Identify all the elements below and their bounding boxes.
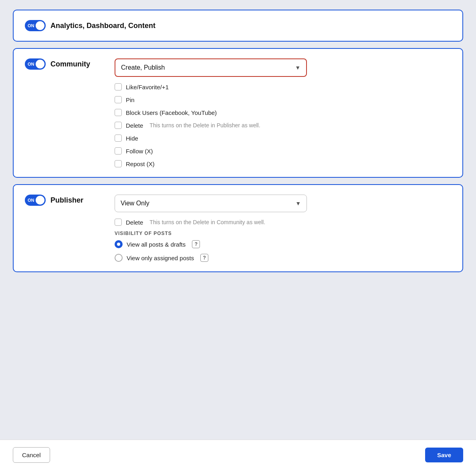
analytics-toggle-label: ON (28, 23, 34, 28)
publisher-delete-checkbox[interactable] (115, 219, 122, 226)
checkbox-item-repost: Repost (X) (115, 160, 451, 167)
checkbox-hide[interactable] (115, 135, 122, 142)
publisher-dropdown[interactable]: View Only ▼ (115, 195, 307, 212)
checkbox-follow[interactable] (115, 147, 122, 155)
analytics-card: ON Analytics, Dashboard, Content (13, 10, 463, 42)
radio-item-view-all: View all posts & drafts ? (115, 240, 451, 248)
community-checkbox-list: Like/Favorite/+1 Pin Block Users (Facebo… (115, 83, 451, 167)
checkbox-delete-label: Delete (126, 122, 143, 129)
save-button[interactable]: Save (425, 448, 463, 462)
checkbox-item-block: Block Users (Facebook, YouTube) (115, 109, 451, 116)
community-toggle[interactable]: ON (25, 58, 46, 70)
community-dropdown[interactable]: Create, Publish ▼ (115, 58, 307, 77)
publisher-radio-list: View all posts & drafts ? View only assi… (115, 240, 451, 262)
help-icon-view-assigned[interactable]: ? (200, 254, 208, 262)
checkbox-item-pin: Pin (115, 96, 451, 103)
checkbox-follow-label: Follow (X) (126, 148, 153, 155)
checkbox-delete-hint: This turns on the Delete in Publisher as… (149, 122, 260, 129)
radio-view-assigned[interactable] (115, 254, 123, 262)
checkbox-pin[interactable] (115, 96, 122, 103)
checkbox-like-label: Like/Favorite/+1 (126, 84, 169, 90)
radio-view-all[interactable] (115, 240, 123, 248)
publisher-title: Publisher (50, 196, 83, 205)
radio-item-view-assigned: View only assigned posts ? (115, 254, 451, 262)
checkbox-block-label: Block Users (Facebook, YouTube) (126, 109, 217, 116)
publisher-delete-hint: This turns on the Delete in Community as… (149, 219, 265, 225)
community-toggle-knob (36, 60, 44, 68)
checkbox-pin-label: Pin (126, 96, 135, 103)
publisher-delete-checkbox-item: Delete This turns on the Delete in Commu… (115, 219, 451, 226)
community-title: Community (50, 60, 90, 68)
checkbox-hide-label: Hide (126, 135, 138, 142)
community-dropdown-arrow: ▼ (295, 64, 301, 71)
checkbox-item-hide: Hide (115, 135, 451, 142)
checkbox-delete[interactable] (115, 122, 122, 129)
publisher-toggle[interactable]: ON (25, 195, 46, 206)
community-toggle-label: ON (28, 62, 34, 66)
publisher-dropdown-value: View Only (121, 200, 149, 207)
analytics-toggle-knob (36, 21, 44, 30)
community-dropdown-value: Create, Publish (121, 64, 165, 71)
analytics-toggle[interactable]: ON (25, 20, 46, 31)
checkbox-repost[interactable] (115, 160, 122, 167)
footer: Cancel Save (0, 440, 476, 470)
checkbox-block[interactable] (115, 109, 122, 116)
checkbox-item-like: Like/Favorite/+1 (115, 83, 451, 90)
visibility-heading: VISIBILITY OF POSTS (115, 231, 451, 236)
publisher-toggle-label: ON (28, 198, 34, 203)
cancel-button[interactable]: Cancel (13, 447, 50, 463)
help-icon-view-all[interactable]: ? (192, 240, 200, 248)
analytics-title: Analytics, Dashboard, Content (50, 22, 155, 30)
radio-view-all-label: View all posts & drafts (127, 241, 186, 248)
publisher-delete-label: Delete (126, 219, 143, 226)
checkbox-like[interactable] (115, 83, 122, 90)
checkbox-item-delete: Delete This turns on the Delete in Publi… (115, 122, 451, 129)
radio-view-assigned-label: View only assigned posts (127, 255, 194, 261)
publisher-card: ON Publisher View Only ▼ Delete This tur… (13, 184, 463, 272)
community-card: ON Community Create, Publish ▼ Like/Favo… (13, 48, 463, 178)
checkbox-repost-label: Repost (X) (126, 161, 155, 167)
checkbox-item-follow: Follow (X) (115, 147, 451, 155)
publisher-dropdown-arrow: ▼ (295, 200, 301, 207)
publisher-toggle-knob (36, 196, 44, 205)
